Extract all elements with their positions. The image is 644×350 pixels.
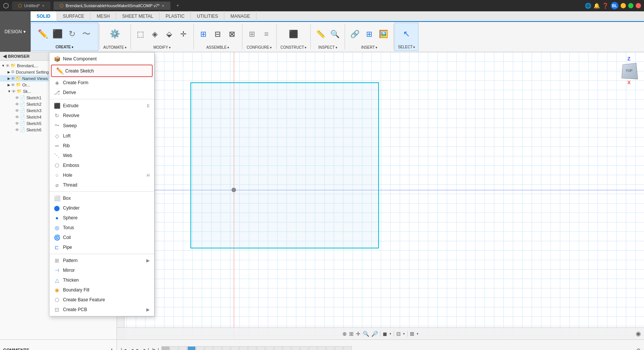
timeline-cell-5[interactable] [196, 346, 204, 350]
dd-item-hole[interactable]: ○ Hole H [49, 170, 154, 180]
tab-surface[interactable]: SURFACE [57, 11, 91, 22]
create-dropdown-arrow[interactable]: ▾ [72, 45, 74, 49]
dd-item-loft[interactable]: ◇ Loft [49, 131, 154, 141]
s1-eye[interactable]: 👁 [15, 96, 19, 100]
assemble-label-row[interactable]: ASSEMBLE ▾ [205, 45, 230, 50]
timeline-first-btn[interactable]: |◀ [120, 347, 127, 350]
modify-btn2[interactable]: ◈ [148, 28, 162, 40]
user-avatar[interactable]: BL [611, 2, 618, 9]
zoom-in-button[interactable]: 🔎 [371, 331, 378, 337]
extrude-toolbar-button[interactable]: ⬛ [51, 29, 64, 39]
inactive-tab[interactable]: ⬡ Untitled* × [12, 2, 51, 10]
close-button[interactable] [636, 3, 641, 8]
timeline-cell-1[interactable] [161, 346, 170, 350]
insert-btn3[interactable]: 🖼️ [377, 28, 390, 40]
s5-eye[interactable]: 👁 [15, 121, 19, 126]
dd-item-extrude[interactable]: ⬛ Extrude E [49, 101, 154, 111]
select-btn1[interactable]: ↖ [400, 28, 413, 40]
timeline-cell-9[interactable] [231, 346, 239, 350]
dd-item-thread[interactable]: ⌀ Thread [49, 180, 154, 190]
configure-label-row[interactable]: CONFIGURE ▾ [246, 45, 273, 50]
sweep-toolbar-button[interactable]: 〜 [80, 29, 93, 39]
dd-item-create-sketch[interactable]: ✏️ Create Sketch [51, 65, 153, 77]
new-tab-button[interactable]: + [173, 2, 182, 9]
comments-add-icon[interactable]: + [110, 347, 113, 350]
create-sketch-toolbar-button[interactable]: ✏️ [36, 29, 50, 39]
insert-btn1[interactable]: 🔗 [348, 28, 362, 40]
tab-solid[interactable]: SOLID [31, 11, 57, 22]
tab-utilities[interactable]: UTILITIES [191, 11, 224, 22]
configure-btn1[interactable]: ⊞ [245, 28, 259, 40]
timeline-cell-17[interactable] [300, 346, 308, 350]
timeline-cell-16[interactable] [291, 346, 300, 350]
zoom-out-button[interactable]: 🔍 [363, 331, 369, 337]
automate-label-row[interactable]: AUTOMATE ▾ [103, 45, 127, 50]
timeline-next-btn[interactable]: ▶| [143, 347, 150, 350]
s4-eye[interactable]: 👁 [15, 115, 19, 119]
dd-item-mirror[interactable]: ⊣ Mirror [49, 265, 154, 275]
tab-sheet-metal[interactable]: SHEET METAL [116, 11, 159, 22]
revolve-toolbar-button[interactable]: ↻ [65, 29, 79, 39]
assemble-btn3[interactable]: ⊠ [225, 28, 239, 40]
timeline-cell-12[interactable] [257, 346, 265, 350]
modify-label-row[interactable]: MODIFY ▾ [153, 45, 172, 50]
timeline-settings-icon[interactable]: ⚙ [636, 347, 641, 350]
dd-item-torus[interactable]: ◎ Torus [49, 223, 154, 233]
timeline-prev-btn[interactable]: ◀ [129, 347, 134, 350]
select-label-row[interactable]: SELECT ▾ [397, 44, 416, 50]
timeline-cell-4[interactable] [187, 346, 196, 350]
construct-btn1[interactable]: ⬛ [287, 28, 301, 40]
inspect-btn2[interactable]: 🔍 [328, 28, 342, 40]
orbit-dropdown[interactable]: ▾ [417, 332, 419, 336]
insert-label-row[interactable]: INSERT ▾ [360, 45, 379, 50]
orbit-button[interactable]: ⊠ [410, 331, 414, 337]
root-eye[interactable]: 👁 [6, 63, 10, 68]
s3-eye[interactable]: 👁 [15, 108, 19, 113]
display-mode-button[interactable]: ⊞ [349, 331, 354, 337]
tab1-close[interactable]: × [42, 3, 44, 8]
timeline-cell-10[interactable] [239, 346, 248, 350]
grid-display-button[interactable]: ⊟ [396, 331, 401, 337]
timeline-cell-3[interactable] [179, 346, 187, 350]
modify-btn3[interactable]: ⬙ [163, 28, 176, 40]
timeline-cell-20[interactable] [326, 346, 334, 350]
assemble-btn1[interactable]: ⊞ [197, 28, 210, 40]
grid-display-dropdown[interactable]: ▾ [403, 332, 405, 336]
assemble-btn2[interactable]: ⊟ [211, 28, 225, 40]
dd-item-derive[interactable]: ⎇ Derive [49, 88, 154, 97]
dd-item-boundary-fill[interactable]: ◉ Boundary Fill [49, 285, 154, 295]
timeline-cell-14[interactable] [274, 346, 282, 350]
maximize-button[interactable] [628, 3, 633, 8]
minimize-button[interactable] [621, 3, 626, 8]
design-button[interactable]: DESIGN ▾ [0, 11, 31, 52]
dd-item-sphere[interactable]: ● Sphere [49, 213, 154, 223]
timeline-cell-11[interactable] [248, 346, 256, 350]
timeline-cell-21[interactable] [335, 346, 343, 350]
tab-manage[interactable]: MANAGE [224, 11, 256, 22]
settings-button[interactable]: ◉ [636, 330, 641, 337]
timeline-cell-6[interactable] [205, 346, 213, 350]
insert-btn2[interactable]: ⊞ [362, 28, 376, 40]
dd-item-emboss[interactable]: ⬡ Emboss [49, 160, 154, 170]
visual-style-dropdown[interactable]: ▾ [389, 332, 391, 336]
create-label-row[interactable]: CREATE ▾ [55, 44, 74, 50]
browser-collapse-icon[interactable]: ◀ [3, 54, 6, 59]
active-tab[interactable]: ⬡ BrendanLSustainableHouseMakeItSmallCOM… [54, 2, 170, 10]
snap-button[interactable]: ⊕ [342, 331, 347, 337]
s2-eye[interactable]: 👁 [15, 102, 19, 106]
tab-mesh[interactable]: MESH [90, 11, 116, 22]
timeline-cell-8[interactable] [222, 346, 230, 350]
grid-button[interactable]: ✛ [356, 331, 360, 337]
comments-panel[interactable]: COMMENTS + [0, 340, 117, 350]
dd-item-cylinder[interactable]: ⬤ Cylinder [49, 203, 154, 213]
timeline-cell-19[interactable] [317, 346, 326, 350]
timeline-cell-18[interactable] [309, 346, 317, 350]
inspect-label-row[interactable]: INSPECT ▾ [317, 45, 338, 50]
automate-button[interactable]: ⚙️ [108, 29, 122, 39]
configure-btn2[interactable]: ≡ [260, 29, 273, 40]
dd-item-create-form[interactable]: ◈ Create Form [49, 78, 154, 88]
timeline-play-btn[interactable]: ▶ [136, 347, 141, 350]
construct-label-row[interactable]: CONSTRUCT ▾ [280, 45, 308, 50]
dd-item-rib[interactable]: ═ Rib [49, 141, 154, 151]
dd-item-coil[interactable]: 🌀 Coil [49, 233, 154, 242]
